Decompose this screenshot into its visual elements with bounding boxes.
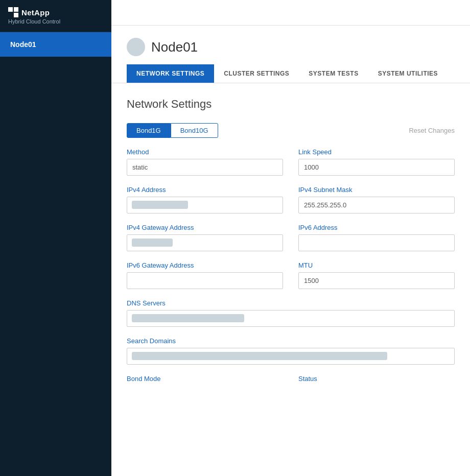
field-method: Method [127, 148, 283, 176]
method-label: Method [127, 148, 283, 156]
field-ipv6-address: IPv6 Address [298, 224, 455, 251]
bond-tab-group: Bond1G Bond10G [127, 123, 218, 138]
page-title: Node01 [151, 39, 198, 55]
ipv4-gateway-label: IPv4 Gateway Address [127, 224, 283, 231]
dns-servers-label: DNS Servers [127, 299, 455, 307]
field-bond-mode: Bond Mode [127, 375, 283, 383]
bond-tab-bond10g[interactable]: Bond10G [171, 123, 218, 138]
ipv4-gateway-wrapper [127, 234, 283, 251]
dns-servers-wrapper [127, 310, 455, 327]
field-ipv4-gateway: IPv4 Gateway Address [127, 224, 283, 251]
search-domains-wrapper [127, 348, 455, 365]
ipv6-gateway-label: IPv6 Gateway Address [127, 261, 283, 269]
content-area: Network Settings Bond1G Bond10G Reset Ch… [111, 83, 470, 397]
reset-changes-button[interactable]: Reset Changes [409, 127, 455, 134]
field-mtu: MTU [298, 261, 455, 289]
search-domains-blur [132, 352, 387, 360]
netapp-name: NetApp [21, 8, 50, 17]
field-ipv4-subnet: IPv4 Subnet Mask [298, 186, 455, 213]
tab-bar: NETWORK SETTINGS CLUSTER SETTINGS SYSTEM… [111, 64, 470, 83]
field-status: Status [298, 375, 455, 383]
ipv6-address-label: IPv6 Address [298, 224, 455, 231]
ipv4-address-blur [132, 201, 188, 209]
sidebar-item-node01[interactable]: Node01 [0, 32, 111, 57]
bond-tab-bond1g[interactable]: Bond1G [127, 123, 171, 138]
mtu-input[interactable] [298, 272, 455, 289]
ipv4-subnet-input[interactable] [298, 197, 455, 213]
link-speed-label: Link Speed [298, 148, 455, 156]
ipv4-subnet-label: IPv4 Subnet Mask [298, 186, 455, 194]
dns-servers-blur [132, 314, 244, 322]
svg-rect-2 [14, 13, 18, 17]
sidebar-header: NetApp Hybrid Cloud Control [0, 0, 111, 32]
top-bar [111, 0, 470, 26]
ipv4-address-label: IPv4 Address [127, 186, 283, 194]
field-link-speed: Link Speed [298, 148, 455, 176]
svg-rect-1 [14, 7, 18, 12]
method-input[interactable] [127, 159, 283, 176]
svg-rect-0 [8, 7, 13, 12]
mtu-label: MTU [298, 261, 455, 269]
field-ipv4-address: IPv4 Address [127, 186, 283, 213]
netapp-logo-icon [8, 7, 18, 17]
avatar [127, 38, 145, 56]
page-header: Node01 [111, 26, 470, 56]
sidebar: NetApp Hybrid Cloud Control Node01 [0, 0, 111, 476]
field-ipv6-gateway: IPv6 Gateway Address [127, 261, 283, 289]
section-title: Network Settings [127, 98, 455, 111]
bond-tab-row: Bond1G Bond10G Reset Changes [127, 123, 455, 138]
netapp-logo: NetApp Hybrid Cloud Control [8, 7, 60, 25]
search-domains-label: Search Domains [127, 337, 455, 345]
tab-system-tests[interactable]: SYSTEM TESTS [299, 64, 368, 83]
network-settings-form: Method Link Speed IPv4 Address IPv4 Subn… [127, 148, 455, 383]
tab-network-settings[interactable]: NETWORK SETTINGS [127, 64, 214, 83]
link-speed-input[interactable] [298, 159, 455, 176]
field-dns-servers: DNS Servers [127, 299, 455, 327]
status-label: Status [298, 375, 455, 383]
ipv6-gateway-input[interactable] [127, 272, 283, 289]
bond-mode-label: Bond Mode [127, 375, 283, 383]
tab-cluster-settings[interactable]: CLUSTER SETTINGS [214, 64, 299, 83]
netapp-subtitle: Hybrid Cloud Control [8, 18, 60, 25]
ipv4-address-wrapper [127, 197, 283, 213]
ipv6-address-input[interactable] [298, 234, 455, 251]
tab-system-utilities[interactable]: SYSTEM UTILITIES [368, 64, 448, 83]
ipv4-gateway-blur [132, 239, 173, 247]
main-content: Node01 NETWORK SETTINGS CLUSTER SETTINGS… [111, 0, 470, 476]
field-search-domains: Search Domains [127, 337, 455, 365]
